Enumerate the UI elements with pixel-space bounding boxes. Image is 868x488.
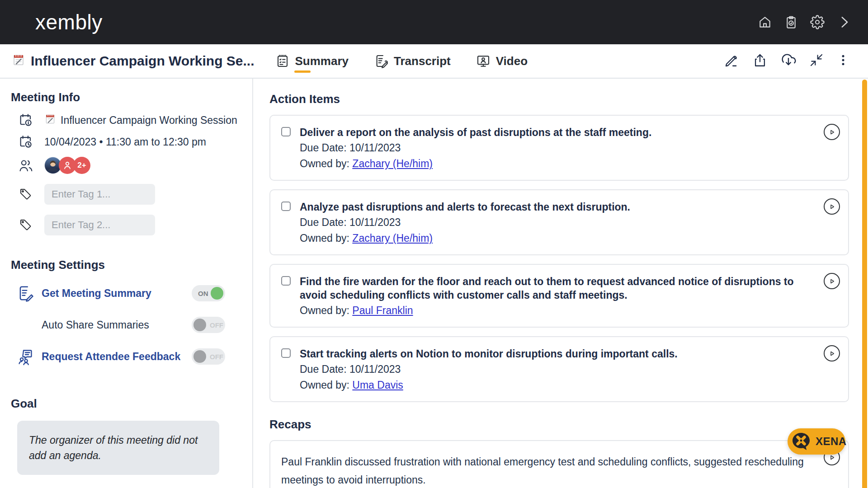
tab-summary[interactable]: Summary [275,54,349,68]
page-title: Influencer Campaign Working Se... [31,53,255,69]
app-window: xembly Influencer Campaign Working Se... [0,0,868,488]
meeting-settings-heading: Meeting Settings [11,258,252,272]
toggle-state-label: OFF [210,321,223,329]
action-item-card: Deliver a report on the analysis of past… [269,115,849,181]
meeting-datetime-row: 10/04/2023 • 11:30 am to 12:30 pm [17,134,252,150]
attendee-avatars[interactable]: 2+ [44,157,90,174]
play-snippet-button[interactable] [824,273,840,289]
owner-link[interactable]: Zachary (He/him) [352,232,433,244]
page-scrollbar-thumb[interactable] [862,80,867,488]
action-item-owner-row: Owned by: Uma Davis [300,378,816,392]
chevron-right-icon[interactable] [836,14,852,30]
setting-label[interactable]: Request Attendee Feedback [42,351,180,363]
toggle-knob [193,350,206,363]
calendar-info-icon [17,113,34,128]
tab-video-label: Video [496,54,528,68]
play-snippet-button[interactable] [824,124,840,140]
toggle-auto-share-summaries[interactable]: OFF [192,317,225,333]
action-item-checkbox[interactable] [281,127,291,136]
clipboard-tasks-icon[interactable] [784,15,798,29]
kebab-menu-icon[interactable] [836,53,850,69]
setting-request-attendee-feedback: Request Attendee Feedback OFF [11,346,252,367]
meeting-title: Influencer Campaign Working Se... [12,53,255,70]
goal-heading: Goal [11,397,252,411]
meeting-header: Influencer Campaign Working Se... Summar… [0,44,868,79]
share-icon[interactable] [752,52,768,70]
notepad-emoji-icon [44,113,56,127]
owner-link[interactable]: Paul Franklin [352,305,413,316]
xena-assistant-button[interactable]: XENA [788,428,845,455]
action-item-owner-row: Owned by: Paul Franklin [300,303,816,318]
action-item-due-date: Due Date: 10/11/2023 [300,362,816,376]
recap-text: Paul Franklin discussed frustration with… [281,453,816,488]
setting-get-meeting-summary: Get Meeting Summary ON [11,283,252,304]
action-item-card: Start tracking alerts on Notion to monit… [269,336,849,402]
tag-icon [17,188,34,201]
tag-icon [17,218,34,232]
doc-pencil-icon [15,285,35,302]
toggle-state-label: OFF [210,353,223,361]
settings-gear-icon[interactable] [810,15,825,29]
tab-transcript-label: Transcript [394,54,451,68]
owner-link[interactable]: Zachary (He/him) [352,158,433,169]
setting-label[interactable]: Get Meeting Summary [42,287,151,300]
action-item-checkbox[interactable] [281,202,291,211]
meeting-name-row: Influencer Campaign Working Session [17,113,252,128]
toggle-state-label: ON [198,290,208,297]
recaps-heading: Recaps [269,418,849,432]
tab-summary-label: Summary [295,54,349,68]
content-body: Meeting Info Influencer Campaign Working… [0,79,868,488]
action-item-due-date: Due Date: 10/11/2023 [300,141,816,155]
download-cloud-icon[interactable] [780,52,797,70]
action-item-checkbox[interactable] [281,276,291,286]
edit-pencil-icon[interactable] [724,52,740,70]
tab-video[interactable]: Video [476,54,528,68]
calendar-clock-icon [17,134,34,150]
toggle-knob [193,319,206,331]
action-item-due-date: Due Date: 10/11/2023 [300,215,816,230]
header-action-icons [724,52,850,70]
tab-transcript[interactable]: Transcript [374,54,451,68]
view-tabs: Summary Transcript Video [275,54,724,68]
xena-logo-icon [790,431,812,452]
meeting-sidebar: Meeting Info Influencer Campaign Working… [0,79,253,488]
action-item-title: Analyze past disruptions and alerts to f… [300,200,630,214]
action-item-owner-row: Owned by: Zachary (He/him) [300,156,816,171]
action-item-title: Find the fire warden for the floor and r… [300,275,806,302]
play-snippet-button[interactable] [824,198,840,215]
tag2-input[interactable] [44,215,155,235]
setting-auto-share-summaries: Auto Share Summaries OFF [11,314,252,335]
attendees-icon [17,158,34,173]
action-items-heading: Action Items [269,92,849,106]
toggle-knob [211,287,223,300]
collapse-icon[interactable] [809,53,824,69]
tag2-row [17,215,252,235]
action-item-checkbox[interactable] [281,348,291,358]
attendee-overflow-badge[interactable]: 2+ [73,157,90,174]
play-snippet-button[interactable] [824,345,840,361]
tag1-input[interactable] [44,184,155,205]
home-icon[interactable] [758,15,772,29]
action-item-card: Find the fire warden for the floor and r… [269,264,849,328]
action-item-title: Deliver a report on the analysis of past… [300,126,651,139]
summary-main-panel: Action Items Deliver a report on the ana… [253,79,868,488]
owner-link[interactable]: Uma Davis [352,379,403,391]
tag1-row [17,184,252,205]
action-item-card: Analyze past disruptions and alerts to f… [269,189,849,255]
recap-card: Paul Franklin discussed frustration with… [269,440,849,488]
action-item-title: Start tracking alerts on Notion to monit… [300,347,678,361]
attendees-row: 2+ [17,157,252,174]
meeting-datetime: 10/04/2023 • 11:30 am to 12:30 pm [44,136,206,148]
active-tab-underline [294,70,311,73]
goal-empty-state: The organizer of this meeting did not ad… [17,421,219,475]
setting-label[interactable]: Auto Share Summaries [42,319,149,331]
action-item-owner-row: Owned by: Zachary (He/him) [300,231,816,245]
topbar-icons [758,14,852,30]
top-navigation-bar: xembly [0,0,868,44]
feedback-icon [15,348,35,365]
toggle-get-meeting-summary[interactable]: ON [192,285,225,301]
toggle-request-attendee-feedback[interactable]: OFF [192,348,225,365]
xena-label: XENA [816,435,847,448]
meeting-name: Influencer Campaign Working Session [61,114,237,127]
meeting-info-heading: Meeting Info [11,90,252,104]
